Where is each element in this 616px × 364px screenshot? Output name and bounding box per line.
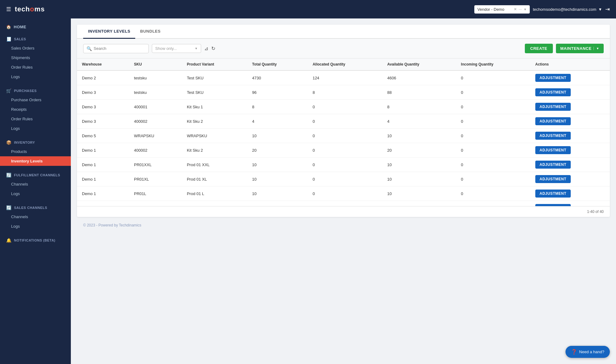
user-dropdown-icon[interactable]: ▼ [598,7,602,12]
copyright-text: © 2023 - Powered by Techdinamics [83,223,141,227]
refresh-icon[interactable]: ↻ [211,46,215,51]
sidebar-item-fulfillment-channels[interactable]: Channels [0,179,71,189]
vendor-dropdown-icon[interactable]: ▼ [524,8,527,11]
adjustment-button[interactable]: ADJUSTMENT [535,204,571,206]
adjustment-button[interactable]: ADJUSTMENT [535,103,571,111]
cell-allocated: 0 [308,143,382,158]
cell-available: 4 [382,114,456,129]
sidebar-section-header-purchases: 🛒 PURCHASES [0,86,71,95]
table-body: Demo 2 testsku Test SKU 4730 124 4606 0 … [77,70,610,206]
vendor-more-icon[interactable]: ··· [519,7,522,11]
cell-sku: PR01M [129,201,182,206]
cell-incoming: 0 [456,114,530,129]
sidebar-item-purchase-orders[interactable]: Purchase Orders [0,95,71,105]
adjustment-button[interactable]: ADJUSTMENT [535,117,571,125]
create-button[interactable]: CREATE [525,44,553,53]
fulfillment-icon: 🔄 [6,173,12,178]
table-wrapper: Warehouse SKU Product Variant Total Quan… [77,58,610,206]
toolbar: 🔍 Show only... ▼ ⊿ ↻ CREATE MAINTENANCE … [77,39,610,58]
sidebar-section-sales-channels: 🔄 SALES CHANNELS Channels Logs [0,201,71,234]
cell-available: 8 [382,100,456,114]
maintenance-button[interactable]: MAINTENANCE ▼ [556,44,604,53]
table-row: Demo 5 WRAPSKU WRAPSKU 10 0 10 0 ADJUSTM… [77,129,610,143]
filter-icon[interactable]: ⊿ [204,46,208,51]
help-icon: ❓ [571,349,577,355]
cell-warehouse: Demo 2 [77,70,129,85]
cell-actions: ADJUSTMENT [530,85,610,100]
table-row: Demo 1 PR01XL Prod 01 XL 10 0 10 0 ADJUS… [77,172,610,186]
sidebar-item-sales-logs[interactable]: Logs [0,72,71,82]
sidebar-item-sales-channels-channels[interactable]: Channels [0,212,71,222]
tab-inventory-levels[interactable]: INVENTORY LEVELS [83,25,135,39]
cell-allocated: 2 [308,201,382,206]
col-product-variant: Product Variant [182,58,247,70]
table-row: Demo 3 400001 Kit Sku 1 8 0 8 0 ADJUSTME… [77,100,610,114]
cell-available: 10 [382,186,456,201]
cell-actions: ADJUSTMENT [530,70,610,85]
cell-incoming: 0 [456,158,530,172]
adjustment-button[interactable]: ADJUSTMENT [535,175,571,183]
sidebar-item-purchase-order-rules[interactable]: Order Rules [0,114,71,124]
inventory-icon: 📦 [6,140,12,145]
sidebar-item-receipts[interactable]: Receipts [0,105,71,114]
inventory-table: Warehouse SKU Product Variant Total Quan… [77,58,610,206]
sidebar-item-fulfillment-logs[interactable]: Logs [0,189,71,198]
adjustment-button[interactable]: ADJUSTMENT [535,161,571,169]
vendor-selector[interactable]: Vendor - Demo ✕ ··· ▼ [474,5,530,14]
search-box[interactable]: 🔍 [83,44,149,53]
cell-incoming: 0 [456,100,530,114]
adjustment-button[interactable]: ADJUSTMENT [535,74,571,82]
cell-available: 10 [382,129,456,143]
cell-product-variant: WRAPSKU [182,129,247,143]
cell-product-variant: Prod 01 L [182,186,247,201]
user-info[interactable]: techomsodemo@techdinamics.com ▼ [533,7,602,12]
cell-product-variant: Test SKU [182,85,247,100]
maintenance-arrow-icon: ▼ [594,47,599,50]
cell-product-variant: Prod 01 XL [182,172,247,186]
cell-sku: 400002 [129,114,182,129]
cell-allocated: 0 [308,158,382,172]
page-footer: © 2023 - Powered by Techdinamics [77,217,610,234]
cell-total: 4730 [247,70,308,85]
vendor-clear-icon[interactable]: ✕ [514,7,517,11]
search-input[interactable] [94,46,145,51]
notifications-icon: 🔔 [6,238,12,243]
cell-actions: ADJUSTMENT [530,100,610,114]
adjustment-button[interactable]: ADJUSTMENT [535,190,571,198]
col-incoming-quantity: Incoming Quantity [456,58,530,70]
tab-bundles[interactable]: BUNDLES [135,25,165,39]
sidebar-item-sales-orders[interactable]: Sales Orders [0,43,71,53]
adjustment-button[interactable]: ADJUSTMENT [535,146,571,154]
main-content: INVENTORY LEVELS BUNDLES 🔍 Show only... … [71,18,616,364]
col-sku: SKU [129,58,182,70]
col-allocated-quantity: Allocated Quantity [308,58,382,70]
adjustment-button[interactable]: ADJUSTMENT [535,132,571,140]
logout-button[interactable]: ⇥ [605,6,610,13]
sidebar-item-products[interactable]: Products [0,147,71,156]
sidebar-section-header-notifications[interactable]: 🔔 NOTIFICATIONS (BETA) [0,236,71,245]
hamburger-icon[interactable]: ☰ [6,6,11,13]
sidebar-section-sales: 🧾 SALES Sales Orders Shipments Order Rul… [0,32,71,84]
need-hand-button[interactable]: ❓ Need a hand? [565,346,610,358]
cell-actions: ADJUSTMENT [530,158,610,172]
table-row: Demo 1 400002 Kit Sku 2 20 0 20 0 ADJUST… [77,143,610,158]
cell-total: 10 [247,129,308,143]
sidebar-item-sales-channels-logs[interactable]: Logs [0,222,71,231]
sidebar-item-sales-order-rules[interactable]: Order Rules [0,62,71,72]
logo: techoms [15,5,45,13]
cell-available: 8 [382,201,456,206]
sidebar-item-shipments[interactable]: Shipments [0,53,71,62]
home-label: HOME [14,25,26,29]
adjustment-button[interactable]: ADJUSTMENT [535,88,571,96]
cell-product-variant: Prod 01 M [182,201,247,206]
cell-warehouse: Demo 3 [77,114,129,129]
sidebar-section-notifications: 🔔 NOTIFICATIONS (BETA) [0,234,71,247]
cell-available: 10 [382,172,456,186]
sidebar-item-home[interactable]: 🏠 HOME [0,22,71,32]
sidebar-section-header-inventory: 📦 INVENTORY [0,138,71,147]
sidebar-item-purchase-logs[interactable]: Logs [0,124,71,133]
sidebar-section-header-sales: 🧾 SALES [0,35,71,43]
sidebar-item-inventory-levels[interactable]: Inventory Levels [0,156,71,166]
col-available-quantity: Available Quantity [382,58,456,70]
show-only-dropdown[interactable]: Show only... ▼ [152,44,201,53]
